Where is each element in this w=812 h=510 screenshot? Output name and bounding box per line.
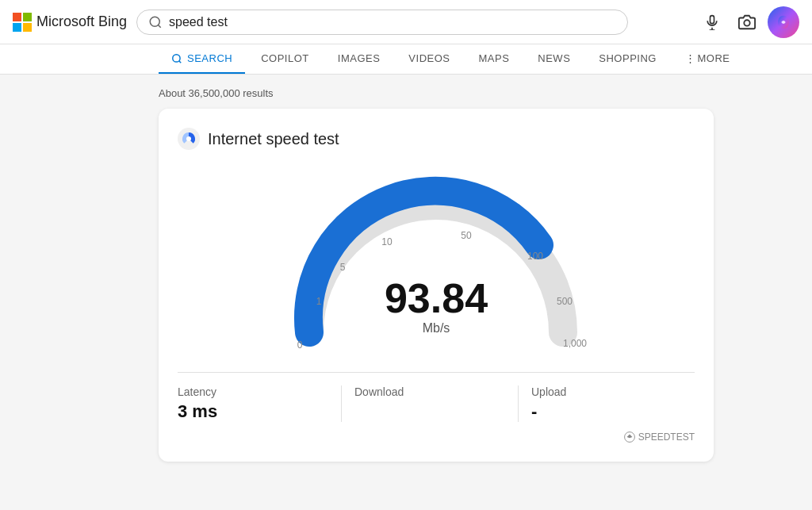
svg-text:0: 0 <box>297 339 303 351</box>
gauge-container: 0 1 5 10 50 100 500 1,000 93.84 Mb/s <box>270 166 603 356</box>
stats-row: Latency 3 ms Download Upload - <box>178 372 695 422</box>
latency-value: 3 ms <box>178 401 328 422</box>
header-icons <box>698 6 799 38</box>
latency-label: Latency <box>178 385 328 398</box>
results-count: About 36,500,000 results <box>159 87 799 99</box>
nav-item-search[interactable]: SEARCH <box>159 44 245 75</box>
microphone-icon <box>704 14 720 30</box>
svg-text:100: 100 <box>527 251 543 262</box>
svg-point-4 <box>150 17 159 26</box>
search-icon <box>148 15 163 29</box>
speedtest-branding: SPEEDTEST <box>178 431 695 443</box>
svg-line-11 <box>179 60 182 63</box>
main-content: About 36,500,000 results Internet speed … <box>0 75 812 474</box>
nav-item-news[interactable]: NEWS <box>525 44 583 75</box>
svg-line-5 <box>159 25 161 27</box>
stat-download: Download <box>342 385 519 422</box>
svg-rect-3 <box>23 23 32 32</box>
header: Microsoft Bing <box>0 0 812 44</box>
nav-bar: SEARCH COPILOT IMAGES VIDEOS MAPS NEWS S… <box>0 44 812 75</box>
stat-upload: Upload - <box>519 385 695 422</box>
nav-item-shopping[interactable]: SHOPPING <box>586 44 669 75</box>
svg-text:93.84: 93.84 <box>385 275 488 321</box>
svg-text:Mb/s: Mb/s <box>423 321 450 335</box>
upload-label: Upload <box>531 385 682 398</box>
nav-item-images[interactable]: IMAGES <box>325 44 393 75</box>
card-header: Internet speed test <box>178 128 695 150</box>
download-value <box>354 401 505 422</box>
svg-text:10: 10 <box>381 236 393 247</box>
speed-test-card: Internet speed test 0 1 5 10 50 <box>159 109 714 462</box>
camera-icon <box>738 13 756 31</box>
gauge-svg: 0 1 5 10 50 100 500 1,000 93.84 Mb/s <box>270 166 603 356</box>
nav-item-copilot[interactable]: COPILOT <box>248 44 322 75</box>
microsoft-logo-icon <box>13 13 32 32</box>
svg-text:1: 1 <box>316 296 322 307</box>
svg-text:50: 50 <box>461 230 472 241</box>
download-label: Download <box>354 385 505 398</box>
logo-brand: Microsoft Bing <box>13 13 127 32</box>
nav-item-maps[interactable]: MAPS <box>465 44 522 75</box>
search-input[interactable] <box>169 15 616 29</box>
svg-point-13 <box>186 136 191 141</box>
nav-item-more[interactable]: ⋮ MORE <box>672 44 743 75</box>
svg-rect-1 <box>23 13 32 21</box>
svg-text:1,000: 1,000 <box>563 338 587 349</box>
copilot-icon <box>775 13 792 31</box>
copilot-button[interactable] <box>768 6 799 38</box>
nav-item-videos[interactable]: VIDEOS <box>396 44 462 75</box>
stat-latency: Latency 3 ms <box>178 385 342 422</box>
search-nav-icon <box>171 53 182 64</box>
camera-search-button[interactable] <box>733 8 761 36</box>
search-bar[interactable] <box>136 10 628 35</box>
svg-rect-0 <box>13 13 21 21</box>
speedtest-logo-icon <box>624 431 635 443</box>
card-title: Internet speed test <box>208 130 339 148</box>
svg-text:5: 5 <box>340 262 346 273</box>
svg-point-9 <box>744 20 749 25</box>
speedtest-favicon-icon <box>178 128 200 150</box>
svg-rect-2 <box>13 23 21 32</box>
svg-text:500: 500 <box>557 296 573 307</box>
upload-value: - <box>531 401 682 422</box>
microphone-button[interactable] <box>698 8 726 36</box>
brand-name: Microsoft Bing <box>36 13 127 30</box>
svg-rect-6 <box>710 15 714 23</box>
svg-point-10 <box>173 54 180 61</box>
